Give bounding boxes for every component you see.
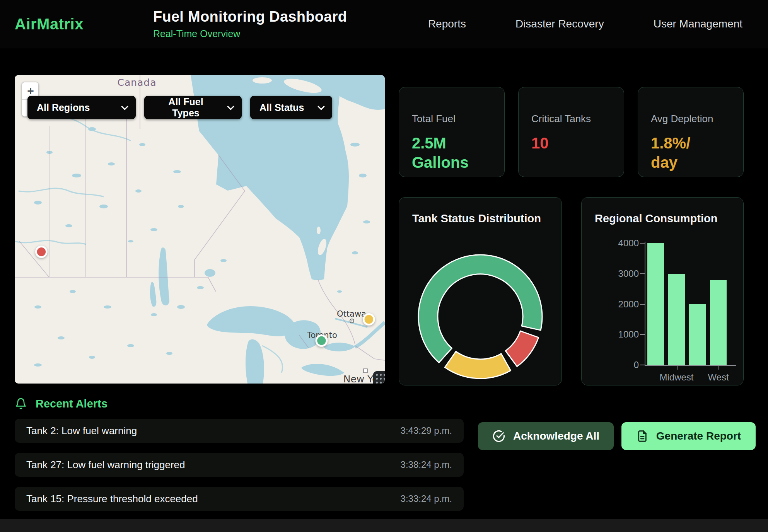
tank-marker-warning[interactable] <box>364 314 374 325</box>
y-axis-line <box>645 242 645 366</box>
ottawa-town-dot <box>351 320 352 321</box>
y-tick-mark <box>640 304 645 305</box>
alert-text: Tank 2: Low fuel warning <box>26 425 137 437</box>
x-tick-mark <box>719 366 719 370</box>
alerts-section: Recent Alerts Tank 2: Low fuel warning 3… <box>0 385 768 521</box>
app-header: AirMatrix Fuel Monitoring Dashboard Real… <box>0 0 768 48</box>
right-column: Total Fuel 2.5M Gallons Critical Tanks 1… <box>399 75 744 385</box>
stat-value: 1.8%/ day <box>651 133 730 172</box>
country-label: Canada <box>117 77 156 88</box>
donut-segment-critical <box>505 331 538 367</box>
x-axis-line <box>645 365 736 366</box>
page-subtitle: Real-Time Overview <box>153 28 347 39</box>
canada-map[interactable]: Canada Ottawa Toronto New York <box>15 75 385 384</box>
alert-time: 3:33:24 p.m. <box>401 493 452 504</box>
region-filter-select[interactable]: All Regions <box>27 96 136 119</box>
nav-disaster-recovery[interactable]: Disaster Recovery <box>515 18 604 30</box>
y-tick-label: 4000 <box>585 238 639 249</box>
fuel-type-filter-select[interactable]: All Fuel Types <box>144 96 242 119</box>
donut-segment-warning <box>445 351 510 379</box>
nav-user-management[interactable]: User Management <box>654 18 742 30</box>
y-tick-mark <box>640 365 645 365</box>
x-tick-mark <box>677 366 678 370</box>
map-filter-bar: All Regions All Fuel Types All Status <box>27 96 332 119</box>
stat-card-critical-tanks: Critical Tanks 10 <box>518 87 624 177</box>
charts-row: Tank Status Distribution Regional Consum… <box>399 197 744 385</box>
chevron-down-icon <box>317 103 324 110</box>
stat-value: 10 <box>531 133 611 153</box>
acknowledge-all-label: Acknowledge All <box>513 430 599 442</box>
regional-consumption-panel: Regional Consumption 01000200030004000Mi… <box>581 197 744 385</box>
new-york-town-icon <box>364 369 367 373</box>
region-filter-value: All Regions <box>37 102 90 113</box>
fuel-type-filter-value: All Fuel Types <box>154 96 218 119</box>
donut-chart-title: Tank Status Distribution <box>399 198 561 225</box>
main-content: Canada Ottawa Toronto New York + − All R… <box>0 75 768 385</box>
stat-label: Avg Depletion <box>651 113 730 125</box>
chevron-down-icon <box>121 103 128 110</box>
map-panel[interactable]: Canada Ottawa Toronto New York + − All R… <box>15 75 385 384</box>
acknowledge-all-button[interactable]: Acknowledge All <box>478 422 614 450</box>
generate-report-button[interactable]: Generate Report <box>621 422 756 450</box>
nav-reports[interactable]: Reports <box>428 18 466 30</box>
y-tick-label: 2000 <box>585 299 639 310</box>
bar-region-3 <box>689 304 706 365</box>
brand-logo: AirMatrix <box>15 15 84 33</box>
title-block: Fuel Monitoring Dashboard Real-Time Over… <box>153 9 347 39</box>
y-tick-mark <box>640 334 645 335</box>
alert-actions: Acknowledge All Generate Report <box>478 422 756 521</box>
stat-label: Critical Tanks <box>531 113 611 125</box>
alerts-list: Recent Alerts Tank 2: Low fuel warning 3… <box>15 397 464 521</box>
alert-row[interactable]: Tank 27: Low fuel warning triggered 3:38… <box>15 453 464 477</box>
alert-row[interactable]: Tank 2: Low fuel warning 3:43:29 p.m. <box>15 419 464 443</box>
alert-row[interactable]: Tank 15: Pressure threshold exceeded 3:3… <box>15 487 464 511</box>
city-label-ottawa: Ottawa <box>337 309 366 319</box>
bar-region-1 <box>647 243 664 365</box>
bottom-bar <box>0 519 768 532</box>
tank-marker-critical[interactable] <box>36 247 46 257</box>
status-filter-value: All Status <box>259 102 304 113</box>
check-circle-icon <box>492 430 505 443</box>
alert-time: 3:38:24 p.m. <box>401 459 452 470</box>
stats-row: Total Fuel 2.5M Gallons Critical Tanks 1… <box>399 87 744 177</box>
tank-marker-normal[interactable] <box>316 336 327 346</box>
tank-status-panel: Tank Status Distribution <box>399 197 562 385</box>
top-nav: Reports Disaster Recovery User Managemen… <box>428 18 742 30</box>
y-tick-mark <box>640 243 645 244</box>
alert-time: 3:43:29 p.m. <box>401 425 452 436</box>
stat-card-total-fuel: Total Fuel 2.5M Gallons <box>399 87 505 177</box>
alerts-title: Recent Alerts <box>36 397 108 410</box>
alert-text: Tank 15: Pressure threshold exceeded <box>26 493 198 505</box>
y-tick-label: 3000 <box>585 268 639 279</box>
document-icon <box>636 430 649 442</box>
generate-report-label: Generate Report <box>656 430 741 442</box>
alerts-header: Recent Alerts <box>15 397 464 410</box>
bar-Midwest <box>668 274 685 365</box>
x-tick-label: West <box>708 372 729 383</box>
bell-icon <box>15 397 27 410</box>
alert-text: Tank 27: Low fuel warning triggered <box>26 459 185 471</box>
regional-consumption-bar-chart: 01000200030004000MidwestWest <box>582 198 743 385</box>
x-tick-label: Midwest <box>659 372 693 383</box>
y-tick-label: 1000 <box>585 329 639 340</box>
status-filter-select[interactable]: All Status <box>250 96 332 119</box>
page-title: Fuel Monitoring Dashboard <box>153 9 347 25</box>
tank-status-donut-chart <box>415 251 546 382</box>
chevron-down-icon <box>227 103 234 110</box>
stat-card-avg-depletion: Avg Depletion 1.8%/ day <box>638 87 744 177</box>
map-resize-handle[interactable] <box>373 371 385 384</box>
y-tick-label: 0 <box>585 360 639 370</box>
stat-value: 2.5M Gallons <box>412 133 492 172</box>
y-tick-mark <box>640 273 645 274</box>
stat-label: Total Fuel <box>412 113 492 125</box>
bar-West <box>710 280 727 365</box>
